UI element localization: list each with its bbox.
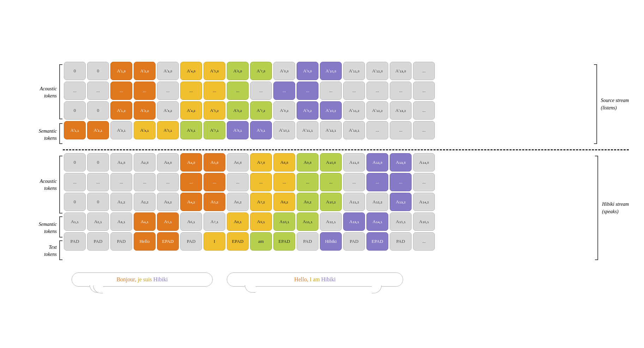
- token-cell: A'₁₃,₈: [390, 62, 412, 80]
- token-cell: 0: [64, 193, 86, 211]
- token-cell: A'₇,₂: [250, 101, 272, 120]
- token-cell: A₆,₂: [227, 193, 249, 211]
- token-cell: A'₄,₈: [180, 62, 202, 80]
- speech-bubble-right: Hello, I am Hibiki: [227, 272, 403, 287]
- token-cell: A₄,₁: [134, 212, 156, 231]
- token-cell: A'₁₁,₁: [297, 121, 318, 139]
- top-section: Acoustictokens Semantictokens 00A'₁,₈A'₂…: [15, 62, 629, 146]
- acoustic-tokens-label-top: Acoustictokens: [40, 85, 57, 99]
- token-cell: A'₉,₂: [297, 101, 318, 120]
- token-cell: ...: [180, 173, 202, 191]
- token-cell: 0: [64, 101, 86, 120]
- token-cell: A₂,₈: [134, 153, 156, 172]
- token-cell: EPAD: [157, 232, 179, 251]
- top-token-area: 00A'₁,₈A'₂,₈A'₃,₈A'₄,₈A'₅,₈A'₆,₈A'₇,₈A'₈…: [64, 62, 592, 146]
- token-cell: A'₁₂,₁: [320, 121, 342, 139]
- token-cell: PAD: [180, 232, 202, 251]
- token-cell: ...: [297, 82, 318, 100]
- token-cell: ...: [413, 101, 435, 120]
- token-cell: A'₁₃,₂: [390, 101, 412, 120]
- token-cell: A₁₀,₈: [320, 153, 342, 172]
- token-cell: A'₄,₁: [134, 121, 156, 139]
- token-cell: A'₁₀,₈: [320, 62, 342, 80]
- token-cell: A'₇,₁: [203, 121, 225, 139]
- token-cell: PAD: [110, 232, 132, 251]
- bottom-left-bracket-svg: [57, 153, 63, 263]
- token-cell: Hibiki: [320, 232, 342, 251]
- token-cell: A₅,₁: [157, 212, 179, 231]
- top-acoustic-row1: 00A'₁,₈A'₂,₈A'₃,₈A'₄,₈A'₅,₈A'₆,₈A'₇,₈A'₈…: [64, 62, 592, 80]
- token-cell: A₉,₈: [297, 153, 318, 172]
- bubble-left-part3: Hibiki: [153, 276, 168, 282]
- token-cell: A'₂,₁: [87, 121, 109, 139]
- acoustic-label-bottom: Acoustictokens: [40, 154, 57, 216]
- token-cell: A₉,₂: [297, 193, 318, 211]
- token-cell: PAD: [297, 232, 318, 251]
- token-cell: A₆,₁: [180, 212, 202, 231]
- token-cell: ...: [390, 173, 412, 191]
- token-cell: A'₁,₈: [110, 62, 132, 80]
- token-cell: A₁₅,₁: [390, 212, 412, 231]
- token-cell: ...: [297, 173, 318, 191]
- bot-acoustic-row2: ........................................…: [64, 173, 593, 191]
- token-cell: ...: [250, 82, 272, 100]
- token-cell: ...: [390, 121, 412, 139]
- bubble-left-part2: je suis: [138, 276, 153, 282]
- acoustic-tokens-label-bottom: Acoustictokens: [40, 178, 57, 192]
- token-cell: A'₆,₂: [227, 101, 249, 120]
- token-cell: A₉,₁: [250, 212, 272, 231]
- token-cell: I: [203, 232, 225, 251]
- top-semantic-row1: A'₁,₁A'₂,₁A'₃,₁A'₄,₁A'₅,₁A'₆,₁A'₇,₁A'₈,₁…: [64, 121, 592, 139]
- token-cell: am: [250, 232, 272, 251]
- token-cell: ...: [87, 82, 109, 100]
- token-cell: A'₉,₁: [250, 121, 272, 139]
- token-cell: A₁₄,₂: [413, 193, 435, 211]
- token-cell: A'₆,₈: [227, 62, 249, 80]
- token-cell: A'₄,₂: [180, 101, 202, 120]
- token-cell: A₁₁,₂: [343, 193, 365, 211]
- token-cell: ...: [134, 82, 156, 100]
- main-container: Acoustictokens Semantictokens 00A'₁,₈A'₂…: [12, 55, 632, 294]
- token-cell: A₁₀,₁: [273, 212, 295, 231]
- token-cell: A'₃,₂: [157, 101, 179, 120]
- token-cell: A₁₀,₂: [320, 193, 342, 211]
- text-label-bottom: Texttokens: [44, 240, 57, 262]
- token-cell: 0: [64, 153, 86, 172]
- top-labels: Acoustictokens Semantictokens: [15, 62, 57, 146]
- token-cell: A'₆,₁: [180, 121, 202, 139]
- bottom-labels: Acoustictokens Semantictokens Texttokens: [15, 153, 57, 263]
- bot-semantic-row1: A₁,₁A₂,₁A₃,₁A₄,₁A₅,₁A₆,₁A₇,₁A₈,₁A₉,₁A₁₀,…: [64, 212, 593, 231]
- token-cell: A'₂,₂: [134, 101, 156, 120]
- token-cell: A'₁₂,₈: [366, 62, 388, 80]
- token-cell: 0: [87, 62, 109, 80]
- token-cell: ...: [413, 121, 435, 139]
- token-cell: A'₁₁,₂: [343, 101, 365, 120]
- hibiki-stream-label: Hibiki stream(speaks): [600, 200, 629, 215]
- token-cell: ...: [366, 121, 388, 139]
- token-cell: 0: [87, 101, 109, 120]
- hibiki-stream-label-area: Hibiki stream(speaks): [593, 153, 629, 263]
- token-cell: A₂,₂: [134, 193, 156, 211]
- token-cell: A₁₂,₈: [366, 153, 388, 172]
- token-cell: A₆,₈: [227, 153, 249, 172]
- bot-text-row1: PADPADPADHelloEPADPADIEPADamEPADPADHibik…: [64, 232, 593, 251]
- token-cell: A₇,₁: [203, 212, 225, 231]
- token-cell: A'₁₃,₁: [343, 121, 365, 139]
- token-cell: A₁,₁: [64, 212, 86, 231]
- token-cell: PAD: [343, 232, 365, 251]
- token-cell: 0: [87, 193, 109, 211]
- bubble-right-part2: I am: [310, 276, 321, 282]
- token-cell: A₁₃,₁: [343, 212, 365, 231]
- bubble-right-tail: [372, 286, 382, 293]
- token-cell: ...: [227, 173, 249, 191]
- token-cell: A₂,₁: [87, 212, 109, 231]
- token-cell: A'₁₂,₂: [366, 101, 388, 120]
- token-cell: ...: [320, 173, 342, 191]
- token-cell: ...: [343, 173, 365, 191]
- bubble-right-part1: Hello,: [294, 276, 310, 282]
- token-cell: PAD: [390, 232, 412, 251]
- token-cell: ...: [87, 173, 109, 191]
- acoustic-label-top: Acoustictokens: [40, 62, 57, 122]
- token-cell: A₁₁,₈: [343, 153, 365, 172]
- token-cell: ...: [366, 82, 388, 100]
